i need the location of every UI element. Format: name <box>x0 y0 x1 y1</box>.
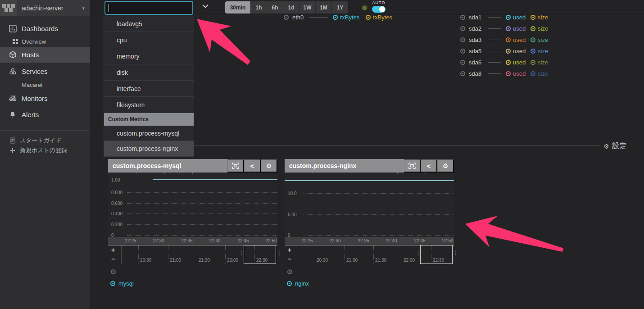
legend-used[interactable]: used <box>506 59 531 66</box>
range-button-1d[interactable]: 1d <box>283 1 299 14</box>
range-button-1Y[interactable]: 1Y <box>332 1 348 14</box>
metric-list: loadavg5 cpu memory disk interface files… <box>104 16 194 157</box>
x-axis: 22:25 22:30 22:35 22:40 22:45 22:50 <box>108 237 277 245</box>
radio-icon[interactable] <box>460 49 465 54</box>
radio-icon <box>287 281 292 286</box>
metric-item-loadavg5[interactable]: loadavg5 <box>104 16 194 32</box>
series-line-mysql <box>153 179 277 180</box>
drag-handle-icon[interactable]: ⋮ <box>453 250 458 256</box>
cube-icon <box>9 51 22 59</box>
legend-row-sda1: sda1 used size <box>460 14 555 21</box>
radio-icon[interactable] <box>460 15 465 20</box>
share-button[interactable]: < <box>244 159 261 173</box>
gear-icon: ⚙ <box>266 162 272 169</box>
chart-legend-nginx[interactable]: nginx <box>287 280 309 287</box>
time-selection-window[interactable] <box>244 245 276 264</box>
sidebar-item-alerts[interactable]: Alerts <box>0 108 90 121</box>
time-navigator[interactable]: + − 20:30 21:00 21:30 22:00 22:30 ⋮ ⋮ <box>108 245 277 264</box>
chart-plot-area[interactable]: 10.0 5.00 0 <box>285 173 454 237</box>
bar-chart-icon <box>9 25 22 32</box>
zoom-in-button[interactable]: + <box>111 247 121 253</box>
time-navigator[interactable]: + − 20:30 21:00 21:30 22:00 22:30 ⋮ ⋮ <box>285 245 454 264</box>
radio-icon[interactable] <box>460 60 465 65</box>
legend-size[interactable]: size <box>531 25 555 32</box>
range-button-1h[interactable]: 1h <box>251 1 267 14</box>
expand-button[interactable] <box>404 159 421 173</box>
time-selection-window[interactable] <box>420 245 453 264</box>
chart-plot-area[interactable]: 1.00 0.800 0.600 0.400 0.200 0 <box>108 173 277 237</box>
share-button[interactable]: < <box>421 159 437 173</box>
legend-used[interactable]: used <box>506 14 531 21</box>
range-button-1W[interactable]: 1W <box>299 1 316 14</box>
status-dot <box>362 5 367 10</box>
legend-used[interactable]: used <box>506 48 531 55</box>
legend-size[interactable]: size <box>531 70 555 77</box>
sidebar-item-monitors[interactable]: Monitors <box>0 91 90 105</box>
legend-rxBytes[interactable]: rxBytes <box>333 14 359 21</box>
section-divider-top <box>195 15 644 15</box>
legend-row-sda5: sda5 used size <box>460 48 555 55</box>
zoom-out-button[interactable]: − <box>288 256 298 262</box>
sidebar-item-hosts[interactable]: Hosts <box>0 47 90 63</box>
legend-row-sda3: sda3 used size <box>460 36 555 43</box>
grid-icon <box>13 39 22 44</box>
sidebar-item-overview[interactable]: Overview <box>0 36 90 46</box>
zoom-out-button[interactable]: − <box>111 256 121 262</box>
expand-button[interactable] <box>227 159 244 173</box>
radio-icon[interactable] <box>460 71 465 76</box>
metric-item-interface[interactable]: interface <box>104 81 194 97</box>
legend-size[interactable]: size <box>531 59 555 66</box>
sidebar-item-start-guide[interactable]: スタートガイド <box>0 136 90 145</box>
metric-item-filesystem[interactable]: filesystem <box>104 97 194 113</box>
share-icon: < <box>250 162 254 170</box>
drag-handle-icon[interactable]: ⋮ <box>416 250 421 256</box>
legend-used[interactable]: used <box>506 70 531 77</box>
legend-txBytes[interactable]: txBytes <box>366 14 392 21</box>
radio-icon[interactable] <box>287 269 292 274</box>
chart-legend-mysql[interactable]: mysql <box>110 280 134 287</box>
legend-row-eth0: eth0 rxBytes txBytes <box>284 14 399 21</box>
range-button-30min[interactable]: 30min <box>225 1 251 14</box>
chevron-down-icon[interactable] <box>202 3 209 10</box>
annotation-arrow-search <box>197 19 250 65</box>
sidebar-item-add-host[interactable]: 新規ホストの登録 <box>0 146 90 154</box>
metric-item-custom-process-nginx[interactable]: custom.process-nginx <box>104 141 194 156</box>
range-button-6h[interactable]: 6h <box>267 1 283 14</box>
toggle-switch[interactable] <box>372 6 385 13</box>
legend-used[interactable]: used <box>506 36 531 43</box>
zoom-in-button[interactable]: + <box>288 247 298 253</box>
drag-handle-icon[interactable]: ⋮ <box>277 250 282 256</box>
series-line-nginx <box>285 180 454 181</box>
chart-title: custom.process-nginx <box>285 162 404 169</box>
metric-search-input[interactable] <box>104 1 193 15</box>
gear-icon: ⚙ <box>603 143 609 150</box>
legend-row-sda6: sda6 used size <box>460 59 555 66</box>
custom-metrics-section-header: Custom Metrics <box>104 113 194 126</box>
metric-dropdown: loadavg5 cpu memory disk interface files… <box>104 0 194 157</box>
sidebar-item-services[interactable]: Services <box>0 64 90 78</box>
legend-used[interactable]: used <box>506 25 531 32</box>
chart-panel-nginx: custom.process-nginx < ⚙ 10.0 5.00 0 22:… <box>285 159 454 264</box>
legend-size[interactable]: size <box>531 48 555 55</box>
settings-button[interactable]: ⚙ 設定 <box>603 141 627 151</box>
panel-settings-button[interactable]: ⚙ <box>437 159 454 173</box>
radio-icon[interactable] <box>460 37 465 42</box>
drag-handle-icon[interactable]: ⋮ <box>239 250 245 256</box>
radio-icon[interactable] <box>284 15 289 20</box>
org-selector[interactable]: adachin-server ▾ <box>0 0 90 16</box>
metric-item-cpu[interactable]: cpu <box>104 32 194 48</box>
range-button-1M[interactable]: 1M <box>316 1 332 14</box>
sidebar-divider <box>0 130 90 131</box>
auto-refresh-toggle[interactable]: AUTO <box>372 0 385 13</box>
metric-item-memory[interactable]: memory <box>104 48 194 64</box>
metric-item-disk[interactable]: disk <box>104 64 194 81</box>
radio-icon[interactable] <box>111 269 116 274</box>
sidebar-item-dashboards[interactable]: Dashboards <box>0 22 90 35</box>
legend-size[interactable]: size <box>531 36 555 43</box>
sidebar-item-macarel[interactable]: Macarel <box>0 80 90 90</box>
metric-item-custom-process-mysql[interactable]: custom.process-mysql <box>104 126 194 141</box>
panel-settings-button[interactable]: ⚙ <box>261 159 277 173</box>
legend-size[interactable]: size <box>531 14 555 21</box>
radio-icon[interactable] <box>460 26 465 31</box>
sidebar: adachin-server ▾ Dashboards Overview Hos… <box>0 0 90 309</box>
